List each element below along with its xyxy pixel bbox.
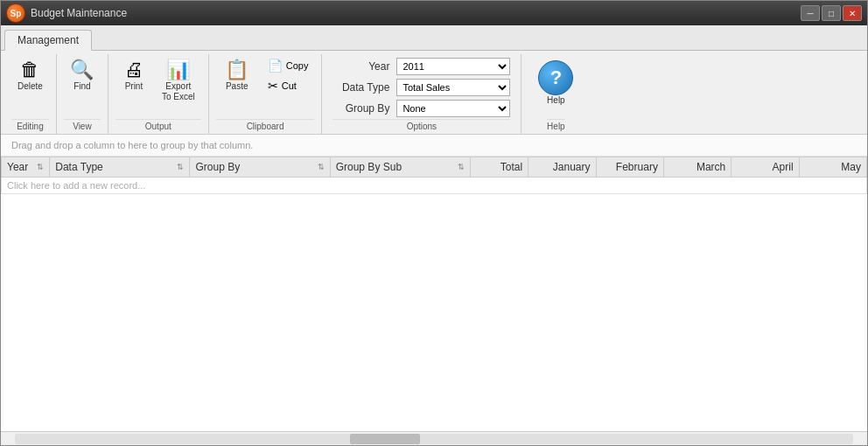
- find-icon: 🔍: [70, 60, 94, 80]
- print-button[interactable]: 🖨 Print: [116, 56, 152, 96]
- data-type-sort-icon[interactable]: ⇅: [177, 163, 184, 171]
- ribbon-clipboard-items: 📋 Paste 📄 Copy ✂ Cut: [216, 56, 315, 117]
- tab-bar: Management: [1, 25, 867, 51]
- group-by-select[interactable]: None Customer Salesperson Product: [396, 100, 510, 117]
- new-record-hint[interactable]: Click here to add a new record...: [2, 178, 867, 194]
- ribbon: 🗑 Delete Editing 🔍 Find View 🖨 Print: [1, 51, 867, 135]
- close-button[interactable]: ✕: [843, 5, 862, 21]
- ribbon-group-view: 🔍 Find View: [57, 54, 108, 134]
- copy-label: Copy: [286, 60, 309, 71]
- help-items: ? Help: [532, 56, 579, 117]
- export-button[interactable]: 📊 Export To Excel: [156, 56, 201, 107]
- clipboard-small-buttons: 📄 Copy ✂ Cut: [262, 56, 315, 95]
- ribbon-editing-items: 🗑 Delete: [11, 56, 49, 117]
- col-year: Year ⇅: [2, 157, 50, 178]
- delete-icon: 🗑: [20, 60, 39, 80]
- main-content: Drag and drop a column to here to group …: [1, 135, 867, 445]
- grid-table: Year ⇅ Data Type ⇅ Group: [1, 157, 867, 194]
- help-group-label: Help: [547, 119, 565, 134]
- print-icon: 🖨: [124, 60, 144, 80]
- maximize-button[interactable]: □: [822, 5, 841, 21]
- options-fields: Year 2011 2010 2012 2009 2013 Data Type …: [332, 58, 510, 117]
- data-type-select[interactable]: Total Sales Net Sales Gross Profit: [396, 79, 510, 96]
- year-sort-icon[interactable]: ⇅: [37, 163, 44, 171]
- group-by-sort-icon[interactable]: ⇅: [318, 163, 325, 171]
- copy-button[interactable]: 📄 Copy: [262, 56, 315, 75]
- tab-management[interactable]: Management: [4, 30, 92, 51]
- title-controls: ─ □ ✕: [801, 5, 862, 21]
- group-by-row: Group By None Customer Salesperson Produ…: [332, 100, 510, 117]
- copy-icon: 📄: [268, 59, 283, 73]
- year-select[interactable]: 2011 2010 2012 2009 2013: [396, 58, 510, 75]
- export-label: Export To Excel: [162, 81, 195, 102]
- help-button[interactable]: ? Help: [532, 56, 579, 110]
- grid-container[interactable]: Year ⇅ Data Type ⇅ Group: [1, 157, 867, 431]
- year-row: Year 2011 2010 2012 2009 2013: [332, 58, 510, 75]
- clipboard-group-label: Clipboard: [216, 119, 315, 134]
- title-bar-left: Sp Budget Maintenance: [6, 3, 127, 23]
- view-group-label: View: [64, 119, 101, 134]
- editing-group-label: Editing: [11, 119, 49, 134]
- col-april: April: [732, 157, 799, 178]
- paste-button[interactable]: 📋 Paste: [216, 56, 258, 96]
- delete-button[interactable]: 🗑 Delete: [11, 56, 49, 96]
- col-february: February: [596, 157, 663, 178]
- scrollbar-area: [1, 431, 867, 445]
- drag-hint: Drag and drop a column to here to group …: [1, 135, 867, 157]
- title-text: Budget Maintenance: [31, 7, 127, 19]
- paste-icon: 📋: [225, 60, 248, 80]
- ribbon-group-clipboard: 📋 Paste 📄 Copy ✂ Cut Clipboard: [209, 54, 323, 134]
- ribbon-group-help: ? Help Help: [522, 54, 590, 134]
- col-total: Total: [470, 157, 528, 178]
- ribbon-output-items: 🖨 Print 📊 Export To Excel: [116, 56, 201, 117]
- find-button[interactable]: 🔍 Find: [64, 56, 101, 96]
- col-group-by-sub: Group By Sub ⇅: [330, 157, 470, 178]
- main-window: Sp Budget Maintenance ─ □ ✕ Management 🗑…: [0, 0, 868, 446]
- app-logo: Sp: [6, 3, 25, 23]
- delete-label: Delete: [18, 81, 43, 92]
- cut-icon: ✂: [268, 79, 278, 93]
- help-label: Help: [547, 95, 565, 106]
- col-march: March: [663, 157, 731, 178]
- data-type-label: Data Type: [332, 81, 389, 94]
- col-january: January: [528, 157, 596, 178]
- grid-header-row: Year ⇅ Data Type ⇅ Group: [2, 157, 867, 178]
- ribbon-group-editing: 🗑 Delete Editing: [4, 54, 57, 134]
- find-label: Find: [74, 81, 90, 92]
- col-group-by: Group By ⇅: [190, 157, 330, 178]
- cut-button[interactable]: ✂ Cut: [262, 76, 315, 95]
- year-label: Year: [332, 60, 389, 73]
- col-may: May: [799, 157, 866, 178]
- paste-label: Paste: [226, 81, 248, 92]
- horizontal-scrollbar[interactable]: [15, 434, 853, 444]
- output-group-label: Output: [116, 119, 201, 134]
- print-label: Print: [125, 81, 144, 92]
- options-group-label: Options: [332, 119, 510, 134]
- cut-label: Cut: [282, 80, 297, 91]
- new-record-row[interactable]: Click here to add a new record...: [2, 178, 867, 194]
- export-icon: 📊: [166, 60, 190, 80]
- ribbon-group-output: 🖨 Print 📊 Export To Excel Output: [108, 54, 209, 134]
- minimize-button[interactable]: ─: [801, 5, 820, 21]
- group-by-sub-sort-icon[interactable]: ⇅: [458, 163, 465, 171]
- scrollbar-thumb[interactable]: [350, 434, 420, 444]
- data-type-row: Data Type Total Sales Net Sales Gross Pr…: [332, 79, 510, 96]
- help-icon: ?: [538, 60, 573, 95]
- ribbon-view-items: 🔍 Find: [64, 56, 101, 117]
- col-data-type: Data Type ⇅: [50, 157, 190, 178]
- title-bar: Sp Budget Maintenance ─ □ ✕: [1, 1, 867, 25]
- ribbon-group-options: Year 2011 2010 2012 2009 2013 Data Type …: [322, 54, 522, 134]
- group-by-label: Group By: [332, 102, 389, 115]
